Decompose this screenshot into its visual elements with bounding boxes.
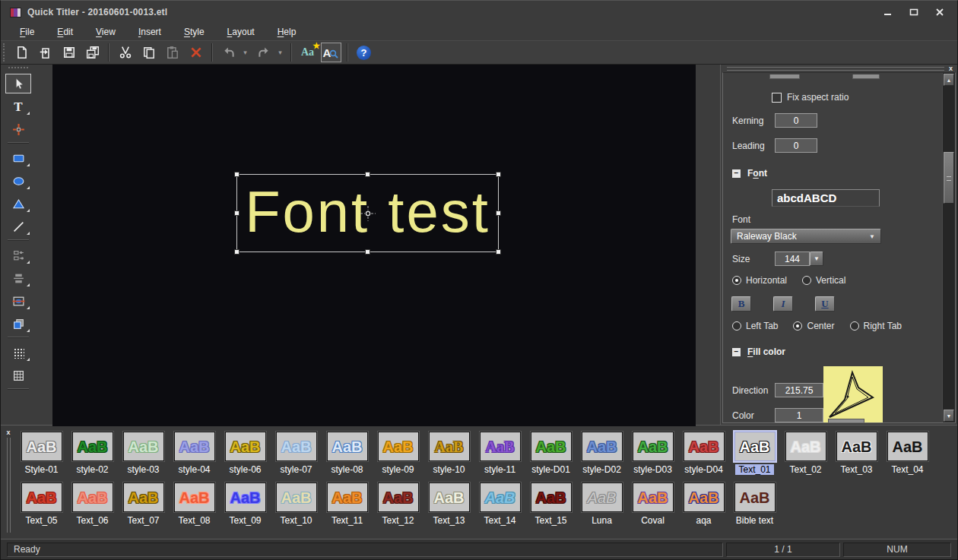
selection-handle[interactable] xyxy=(365,249,370,255)
style-preset-style-08[interactable]: AaBstyle-08 xyxy=(322,428,373,475)
maximize-button[interactable] xyxy=(904,5,924,19)
preset-thumbnail[interactable]: AaB xyxy=(21,482,62,512)
preset-thumbnail[interactable]: AaB xyxy=(429,432,470,461)
safe-area-tool[interactable] xyxy=(5,365,31,385)
grid-tool[interactable] xyxy=(5,343,31,362)
align-tool[interactable] xyxy=(5,245,31,265)
radio-orientation-vertical[interactable]: Vertical xyxy=(802,275,845,286)
style-preset-Text_02[interactable]: AaBText_02 xyxy=(780,428,831,475)
preset-thumbnail[interactable]: AaB xyxy=(378,482,419,512)
preset-thumbnail[interactable]: AaB xyxy=(174,482,215,512)
style-preset-Text_09[interactable]: AaBText_09 xyxy=(220,479,271,526)
preset-thumbnail[interactable]: AaB xyxy=(378,432,419,461)
menu-item-edit[interactable]: Edit xyxy=(46,25,84,40)
selection-handle[interactable] xyxy=(234,249,240,255)
triangle-tool[interactable] xyxy=(5,194,31,214)
size-input[interactable]: 144 xyxy=(775,252,810,266)
fix-aspect-ratio-checkbox[interactable] xyxy=(772,93,782,103)
layer-order-tool[interactable] xyxy=(5,314,31,334)
selection-handle[interactable] xyxy=(365,172,370,177)
direction-input[interactable]: 215.75 xyxy=(775,383,823,397)
menu-item-view[interactable]: View xyxy=(84,25,127,40)
preset-thumbnail[interactable]: AaB xyxy=(225,432,266,461)
preset-thumbnail[interactable]: AaB xyxy=(225,482,266,512)
selection-handle[interactable] xyxy=(496,172,501,177)
redo-dropdown-button[interactable]: ▾ xyxy=(275,43,285,62)
style-preset-Bible-text[interactable]: AaBBible text xyxy=(729,479,780,526)
style-preset-Text_14[interactable]: AaBText_14 xyxy=(474,479,525,526)
save-as-button[interactable] xyxy=(82,43,103,62)
size-dropdown-button[interactable]: ▼ xyxy=(810,252,823,266)
style-preset-Text_12[interactable]: AaBText_12 xyxy=(373,479,423,526)
collapse-icon[interactable]: − xyxy=(732,169,741,178)
style-library-close-icon[interactable]: x xyxy=(5,429,11,435)
panel-close-icon[interactable]: x xyxy=(947,65,954,71)
style-preset-style-03[interactable]: AaBstyle-03 xyxy=(118,428,169,475)
preset-thumbnail[interactable]: AaB xyxy=(582,482,623,512)
properties-panel-grip[interactable]: x xyxy=(721,65,957,72)
style-preset-Text_15[interactable]: AaBText_15 xyxy=(525,479,576,526)
delete-button[interactable] xyxy=(186,43,206,62)
panel-scrollbar[interactable]: ▲ ▼ xyxy=(942,73,955,422)
style-preset-Text_01[interactable]: AaBText_01 xyxy=(729,428,780,475)
style-preset-Text_03[interactable]: AaBText_03 xyxy=(831,428,882,475)
kerning-input[interactable]: 0 xyxy=(775,113,817,128)
preset-thumbnail[interactable]: AaB xyxy=(734,482,776,512)
line-tool[interactable] xyxy=(5,217,31,236)
style-preset-style-02[interactable]: AaBstyle-02 xyxy=(67,428,118,475)
style-preset-Luna[interactable]: AaBLuna xyxy=(576,479,627,526)
selection-handle[interactable] xyxy=(496,249,501,255)
toolbar-grip[interactable] xyxy=(3,43,8,62)
minimize-button[interactable] xyxy=(878,5,898,19)
fix-aspect-ratio-option[interactable]: Fix aspect ratio xyxy=(772,92,942,103)
preset-thumbnail[interactable]: AaB xyxy=(734,432,776,461)
style-preset-Text_08[interactable]: AaBText_08 xyxy=(169,479,220,526)
font-family-select[interactable]: Raleway Black ▼ xyxy=(731,229,881,244)
selection-handle[interactable] xyxy=(234,172,240,177)
distribute-tool[interactable] xyxy=(5,268,31,288)
style-preset-Style-01[interactable]: AaBStyle-01 xyxy=(16,428,67,475)
undo-dropdown-button[interactable]: ▾ xyxy=(240,43,250,62)
preset-thumbnail[interactable]: AaB xyxy=(72,432,113,461)
preset-thumbnail[interactable]: AaB xyxy=(21,432,62,461)
preset-thumbnail[interactable]: AaB xyxy=(327,432,368,461)
fill-color-section-header[interactable]: − Fill color xyxy=(732,346,942,357)
preset-thumbnail[interactable]: AaB xyxy=(276,482,317,512)
preset-thumbnail[interactable]: AaB xyxy=(531,482,572,512)
style-preset-style-04[interactable]: AaBstyle-04 xyxy=(169,428,220,475)
style-preset-style-11[interactable]: AaBstyle-11 xyxy=(474,428,525,475)
new-document-button[interactable] xyxy=(11,43,32,62)
menu-item-insert[interactable]: Insert xyxy=(127,25,173,40)
style-preset-Text_10[interactable]: AaBText_10 xyxy=(271,479,322,526)
cut-button[interactable] xyxy=(115,43,135,62)
preset-thumbnail[interactable]: AaB xyxy=(123,482,164,512)
radio-tab-center[interactable]: Center xyxy=(793,321,834,331)
style-library-button[interactable]: Aa★ xyxy=(297,43,318,62)
font-section-header[interactable]: − Font xyxy=(732,168,942,179)
style-preset-style-D04[interactable]: AaBstyle-D04 xyxy=(678,428,729,475)
style-preset-Text_05[interactable]: AaBText_05 xyxy=(16,479,67,526)
style-preset-style-07[interactable]: AaBstyle-07 xyxy=(271,428,322,475)
center-in-screen-tool[interactable] xyxy=(5,291,31,311)
scroll-up-icon[interactable]: ▲ xyxy=(944,74,954,86)
preset-thumbnail[interactable]: AaB xyxy=(531,432,572,461)
preset-thumbnail[interactable]: AaB xyxy=(633,482,674,512)
copy-button[interactable] xyxy=(138,43,159,62)
radio-tab-right-tab[interactable]: Right Tab xyxy=(850,321,902,331)
preset-thumbnail[interactable]: AaB xyxy=(276,432,317,461)
preset-thumbnail[interactable]: AaB xyxy=(480,432,521,461)
style-preset-style-10[interactable]: AaBstyle-10 xyxy=(423,428,474,475)
help-button[interactable]: ? xyxy=(354,43,374,62)
selection-box[interactable]: Font test xyxy=(236,174,499,252)
transform-tool[interactable] xyxy=(5,119,31,139)
tool-palette-grip[interactable] xyxy=(8,67,28,71)
preset-thumbnail[interactable]: AaB xyxy=(633,432,674,461)
ellipse-tool[interactable] xyxy=(5,171,31,191)
preset-thumbnail[interactable]: AaB xyxy=(72,482,113,512)
open-file-button[interactable] xyxy=(35,43,56,62)
style-preset-Text_11[interactable]: AaBText_11 xyxy=(322,479,373,526)
style-preset-Coval[interactable]: AaBCoval xyxy=(627,479,678,526)
collapse-icon[interactable]: − xyxy=(732,348,741,356)
preset-thumbnail[interactable]: AaB xyxy=(684,432,725,461)
preset-thumbnail[interactable]: AaB xyxy=(582,432,623,461)
